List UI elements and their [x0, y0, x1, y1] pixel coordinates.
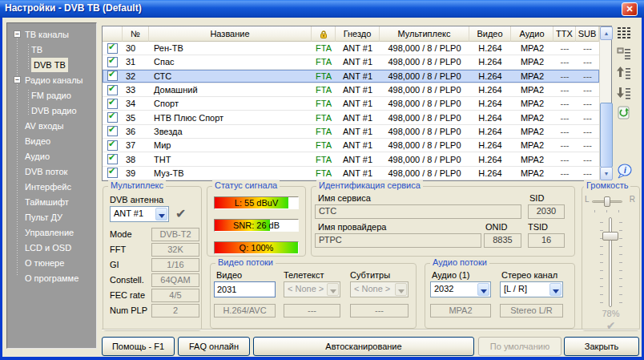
tree-item[interactable]: Интерфейс [7, 180, 96, 195]
column-header-fta[interactable] [312, 26, 336, 42]
scrollbar-down-button[interactable]: ▼ [600, 167, 613, 180]
cell-socket: ANT #1 [336, 140, 380, 150]
channel-list-icon[interactable] [617, 26, 633, 42]
column-header-mux[interactable]: Мультиплекс [380, 26, 469, 42]
multiplex-field-label: FEC rate [110, 290, 145, 300]
faq-button[interactable]: FAQ онлайн [178, 337, 250, 356]
tree-item[interactable]: DVB радио [7, 103, 96, 119]
channel-row[interactable]: ✔31СпасFTAANT #1498,000 / 8 / PLP0H.264M… [103, 55, 599, 69]
antenna-select[interactable]: ANT #1 [110, 206, 169, 222]
channel-checkbox[interactable]: ✔ [107, 154, 118, 164]
recycle-bin-icon[interactable] [617, 106, 633, 122]
teletext-info-field: --- [284, 304, 340, 318]
titlebar[interactable]: Настройки - DVB ТВ (Default) ✕ [0, 0, 644, 18]
tree-item[interactable]: LCD и OSD [7, 241, 96, 256]
channel-row[interactable]: ✔39Муз-ТВFTAANT #1498,000 / 8 / PLP0H.26… [103, 167, 599, 180]
cell-fta: FTA [312, 57, 336, 67]
channel-row[interactable]: ✔38ТНТFTAANT #1498,000 / 8 / PLP0H.264MP… [103, 152, 599, 166]
tree-item[interactable]: О программе [7, 271, 96, 286]
cell-ttx: --- [553, 113, 576, 123]
column-header-name[interactable]: Название [149, 26, 312, 42]
cell-check: ✔ [103, 71, 123, 81]
channel-row[interactable]: ✔32СТСFTAANT #1498,000 / 8 / PLP0H.264MP… [103, 70, 599, 83]
column-header-audio[interactable]: Аудио [511, 26, 553, 42]
cell-ttx: --- [553, 43, 576, 53]
tree-item[interactable]: −ТВ каналы [7, 27, 96, 42]
collapse-minus-icon[interactable]: − [14, 76, 21, 83]
channel-checkbox[interactable]: ✔ [107, 112, 118, 123]
help-button[interactable]: Помощь - F1 [102, 337, 175, 356]
channel-checkbox[interactable]: ✔ [107, 85, 118, 95]
cell-num: 39 [123, 168, 149, 178]
multiplex-group-title: Мультиплекс [108, 180, 166, 190]
column-header-num[interactable]: № [123, 26, 149, 42]
video-pid-input[interactable] [214, 281, 276, 297]
tree-item[interactable]: FM радио [7, 88, 96, 103]
cell-name: СТС [149, 71, 312, 81]
scrollbar-up-button[interactable]: ▲ [600, 26, 613, 40]
remove-channel-icon[interactable] [617, 46, 633, 62]
cell-num: 36 [123, 127, 149, 136]
channel-row[interactable]: ✔37МирFTAANT #1498,000 / 8 / PLP0H.264MP… [103, 139, 599, 152]
channel-row[interactable]: ✔30Рен-ТВFTAANT #1498,000 / 8 / PLP0H.26… [103, 42, 599, 55]
channel-row[interactable]: ✔36ЗвездаFTAANT #1498,000 / 8 / PLP0H.26… [103, 125, 599, 139]
tree-item[interactable]: О тюнере [7, 256, 96, 271]
lock-icon [319, 30, 328, 39]
autoscan-button[interactable]: Автосканирование [253, 337, 474, 356]
balance-thumb[interactable] [604, 196, 610, 207]
chevron-down-icon[interactable] [155, 208, 167, 220]
titlebar-close-button[interactable]: ✕ [622, 2, 638, 16]
column-header-video[interactable]: Видео [469, 26, 511, 42]
channel-row[interactable]: ✔34СпортFTAANT #1498,000 / 8 / PLP0H.264… [103, 97, 599, 111]
cell-name: Мир [149, 140, 312, 150]
tree-item-label: Управление [25, 225, 74, 240]
tree-item-label: ТВ [31, 42, 42, 57]
channel-checkbox[interactable]: ✔ [107, 43, 118, 54]
channel-checkbox[interactable]: ✔ [107, 57, 118, 67]
collapse-minus-icon[interactable]: − [14, 30, 21, 38]
channel-checkbox[interactable]: ✔ [107, 168, 118, 178]
cell-video: H.264 [469, 99, 511, 108]
channel-row[interactable]: ✔33ДомашнийFTAANT #1498,000 / 8 / PLP0H.… [103, 83, 599, 97]
channel-checkbox[interactable]: ✔ [107, 71, 118, 81]
volume-thumb[interactable] [602, 232, 618, 241]
column-header-sub[interactable]: SUB [576, 26, 599, 42]
cell-fta: FTA [312, 99, 336, 108]
column-header-check[interactable] [103, 26, 123, 42]
cell-sub: --- [576, 140, 599, 150]
tree-item[interactable]: ТВ [7, 42, 96, 58]
scrollbar-track[interactable]: ▲ ▼ [599, 26, 611, 180]
move-down-icon[interactable] [617, 86, 633, 102]
move-up-icon[interactable] [617, 66, 633, 82]
tree-item[interactable]: AV входы [7, 119, 96, 134]
channel-row[interactable]: ✔35НТВ Плюс СпортFTAANT #1498,000 / 8 / … [103, 111, 599, 124]
tree-item[interactable]: DVB ТВ [7, 58, 96, 73]
stereo-mode-select[interactable]: [L / R] [500, 281, 563, 297]
cell-name: Рен-ТВ [149, 43, 312, 53]
tree-item[interactable]: Управление [7, 225, 96, 241]
scrollbar-thumb[interactable] [600, 103, 613, 168]
tree-item[interactable]: Таймшифт [7, 195, 96, 210]
chevron-down-icon[interactable] [549, 283, 561, 296]
tree-item[interactable]: Аудио [7, 149, 96, 164]
tree-item[interactable]: −Радио каналы [7, 73, 96, 88]
tree-item[interactable]: Пульт ДУ [7, 210, 96, 225]
audio-pid-select[interactable]: 2032 [430, 281, 491, 297]
info-icon[interactable]: i [617, 164, 633, 180]
tree-item[interactable]: DVB поток [7, 164, 96, 180]
close-button[interactable]: Закрыть [564, 337, 639, 356]
chevron-down-icon[interactable] [477, 283, 489, 296]
volume-slider[interactable] [609, 217, 612, 307]
antenna-apply-check-icon[interactable]: ✔ [175, 206, 186, 221]
tree-item[interactable]: Видео [7, 134, 96, 149]
column-header-socket[interactable]: Гнездо [336, 26, 380, 42]
channel-checkbox[interactable]: ✔ [107, 99, 118, 109]
channel-checkbox[interactable]: ✔ [107, 140, 118, 151]
signal-snr-bar: SNR: 26 dB [214, 219, 299, 232]
channel-checkbox[interactable]: ✔ [107, 126, 118, 136]
cell-fta: FTA [312, 113, 336, 123]
cell-check: ✔ [103, 99, 123, 109]
column-header-ttx[interactable]: TTX [553, 26, 576, 42]
cell-video: H.264 [469, 43, 511, 53]
service-name-label: Имя сервиса [318, 193, 371, 203]
